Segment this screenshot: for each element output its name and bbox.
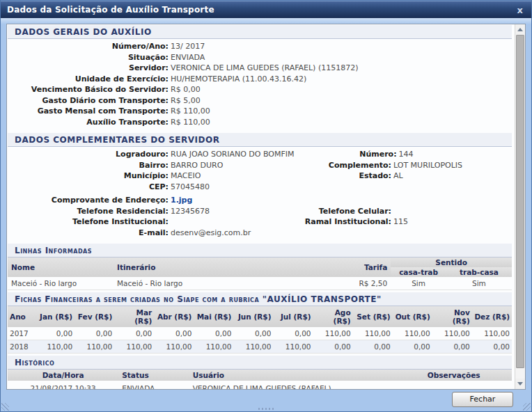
col-header-mai: Mai (R$) [194, 306, 233, 327]
cell-valor: 0,00 [194, 327, 233, 340]
field-label: Logradouro: [8, 149, 171, 160]
cell-ano: 2017 [8, 327, 35, 340]
cell-valor: 0,00 [273, 327, 313, 340]
field-label: Número: [295, 149, 399, 160]
table-header-row: Ano Jan (R$) Fev (R$) Mar (R$) Abr (R$) … [8, 306, 512, 327]
scrollbar-up-icon[interactable] [515, 24, 525, 35]
field-comprovante-endereco: Comprovante de Endereço: 1.jpg [8, 195, 512, 206]
col-header-nov: Nov (R$) [432, 306, 472, 327]
field-value: 144 [399, 149, 515, 160]
field-value: HU/HEMOTERAPIA (11.00.43.16.42) [171, 74, 306, 85]
table-row: 2017 0,00 0,00 0,00 0,00 0,00 0,00 0,00 … [8, 327, 512, 340]
field-value: R$ 5,00 [171, 95, 201, 106]
comprovante-link[interactable]: 1.jpg [171, 196, 192, 205]
field-logradouro: Logradouro:RUA JOAO SORIANO DO BOMFIM Nú… [8, 149, 512, 160]
fechar-button[interactable]: Fechar [452, 392, 513, 407]
cell-valor: 110,00 [313, 327, 353, 340]
field-value: 13/ 2017 [171, 41, 205, 52]
scrollbar-down-icon[interactable] [515, 379, 525, 389]
field-value: AL [393, 171, 512, 182]
cell-usuario: VERONICA DE LIMA GUEDES (RAFAEL) [189, 381, 396, 389]
dialog-titlebar[interactable]: Dados da Solicitação de Auxílio Transpor… [1, 1, 531, 18]
field-value: R$ 110,00 [171, 106, 210, 117]
field-label: Auxílio Transporte: [8, 117, 171, 128]
close-icon[interactable]: x [515, 6, 525, 15]
field-label: Telefone Celular: [289, 206, 393, 217]
field-value: LOT MURILOPOLIS [393, 160, 512, 171]
col-header-casa-trab: casa-trab [391, 267, 446, 277]
cell-valor: 110,00 [353, 327, 393, 340]
dados-gerais-fields: Número/Ano:13/ 2017 Situação:ENVIADA Ser… [8, 39, 512, 131]
field-label: Situação: [8, 52, 171, 63]
col-header-sentido: Sentido [391, 258, 512, 267]
field-value: VERONICA DE LIMA GUEDES (RAFAEL) (115187… [171, 63, 358, 74]
cell-valor: 0,00 [35, 327, 75, 340]
field-situacao: Situação:ENVIADA [8, 52, 512, 63]
col-header-observacoes: Observações [396, 370, 512, 381]
field-value: 115 [393, 216, 512, 228]
field-label [289, 228, 393, 239]
scrollbar-track[interactable] [515, 35, 525, 379]
field-label: Comprovante de Endereço: [8, 195, 171, 206]
dialog-title: Dados da Solicitação de Auxílio Transpor… [7, 5, 515, 15]
resize-grip-bottom-center[interactable] [258, 408, 274, 410]
cell-valor: 0,00 [75, 327, 114, 340]
table-row: Maceió - Rio largo Maceió - Rio largo R$… [8, 277, 512, 290]
field-label: Estado: [289, 171, 393, 182]
field-label [289, 195, 393, 206]
historico-table: Data/Hora Status Usuário Observações 21/… [8, 370, 512, 389]
field-value [171, 216, 289, 228]
cell-nome: Maceió - Rio largo [8, 277, 114, 290]
col-header-trab-casa: trab-casa [446, 267, 512, 277]
section-header-dados-complementares: DADOS COMPLEMENTARES DO SERVIDOR [8, 133, 512, 147]
field-label: Ramal Institucional: [289, 216, 393, 228]
resize-grip-bottom-right[interactable] [523, 403, 531, 411]
field-value [393, 195, 512, 206]
field-label: Complemento: [289, 160, 393, 171]
cell-status: ENVIADA [118, 381, 189, 389]
field-value [393, 228, 512, 239]
cell-valor: 110,00 [273, 340, 313, 354]
cell-valor: 0,00 [313, 340, 353, 354]
field-label: Vencimento Básico do Servidor: [8, 84, 171, 95]
field-value: MACEIO [171, 171, 289, 182]
arrow-up-icon [517, 28, 523, 31]
field-label: Telefone Residencial: [8, 206, 171, 217]
field-label: CEP: [8, 182, 171, 193]
field-value: 57045480 [171, 182, 289, 193]
cell-tarifa: R$ 2,50 [330, 277, 391, 290]
col-header-out: Out (R$) [393, 306, 432, 327]
arrow-down-icon [517, 382, 523, 386]
field-unidade-exercicio: Unidade de Exercício:HU/HEMOTERAPIA (11.… [8, 74, 512, 85]
col-header-status: Status [118, 370, 189, 381]
col-header-ano: Ano [8, 306, 35, 327]
cell-valor: 110,00 [114, 340, 154, 354]
section-header-historico: Histórico [8, 356, 512, 370]
field-email: E-mail:desenv@esig.com.br [8, 228, 512, 239]
col-header-jun: Jun (R$) [233, 306, 273, 327]
field-label: Número/Ano: [8, 41, 171, 52]
field-auxilio-transporte: Auxílio Transporte:R$ 110,00 [8, 117, 512, 128]
col-header-mar: Mar (R$) [114, 306, 154, 327]
field-label: Gasto Diário com Transporte: [8, 95, 171, 106]
cell-casa-trab: Sim [391, 277, 446, 290]
cell-ano: 2018 [8, 340, 35, 354]
cell-valor: 110,00 [35, 340, 75, 354]
cell-valor: 0,00 [393, 340, 432, 354]
table-header-row: Data/Hora Status Usuário Observações [8, 370, 512, 381]
field-telefone-institucional: Telefone Institucional: Ramal Institucio… [8, 216, 512, 228]
col-header-nome: Nome [8, 258, 114, 277]
field-value [393, 206, 512, 217]
field-label: Município: [8, 171, 171, 182]
cell-valor: 0,00 [432, 340, 472, 354]
cell-valor: 0,00 [114, 327, 154, 340]
cell-itinerario: Maceió - Rio largo [114, 277, 330, 290]
table-header-row: Nome Itinerário Tarifa Sentido [8, 258, 512, 267]
vertical-scrollbar[interactable] [515, 24, 525, 389]
field-label: E-mail: [8, 228, 171, 239]
col-header-fev: Fev (R$) [75, 306, 114, 327]
resize-grip-bottom-left[interactable] [1, 403, 9, 411]
cell-valor: 110,00 [194, 340, 233, 354]
fichas-financeiras-table: Ano Jan (R$) Fev (R$) Mar (R$) Abr (R$) … [8, 306, 512, 354]
scrollbar-thumb[interactable] [516, 35, 524, 368]
